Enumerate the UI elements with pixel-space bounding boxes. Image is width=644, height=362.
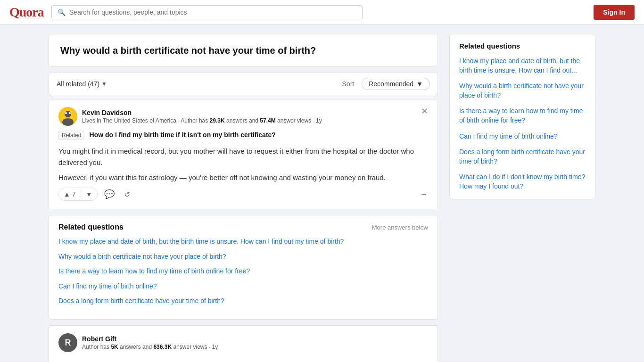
author-details-1: Kevin Davidson Lives in The United State… — [82, 109, 322, 124]
author-meta-1: Lives in The United States of America · … — [82, 117, 322, 124]
author-info-2: R Robert Gift Author has 5K answers and … — [58, 333, 218, 352]
rq-inline-link-3[interactable]: Is there a way to learn how to find my t… — [58, 267, 428, 276]
search-bar: 🔍 — [51, 5, 363, 19]
upvote-icon: ▲ — [64, 190, 70, 198]
svg-point-3 — [69, 112, 71, 114]
downvote-icon: ▼ — [86, 190, 92, 198]
search-icon: 🔍 — [58, 8, 66, 16]
author-info-1: Kevin Davidson Lives in The United State… — [58, 107, 322, 126]
answer-card-2: R Robert Gift Author has 5K answers and … — [49, 325, 438, 362]
dropdown-chevron-icon: ▼ — [416, 80, 423, 88]
arrow-share-icon: → — [420, 189, 428, 199]
answer-card-1: Kevin Davidson Lives in The United State… — [49, 99, 438, 209]
all-related-filter[interactable]: All related (47) ▼ — [57, 80, 107, 88]
related-questions-inline-title: Related questions — [58, 223, 124, 231]
sidebar-link-4[interactable]: Can I find my time of birth online? — [459, 132, 586, 141]
filter-bar: All related (47) ▼ Sort Recommended ▼ — [49, 73, 438, 95]
avatar-2: R — [58, 333, 77, 352]
all-related-label: All related (47) — [57, 80, 99, 88]
main-content: Why would a birth certificate not have y… — [49, 34, 438, 362]
more-answers-label: More answers below — [372, 224, 428, 231]
related-badge: Related — [58, 131, 84, 140]
sort-label: Sort — [342, 80, 355, 88]
svg-point-4 — [62, 118, 74, 126]
rq-header: Related questions More answers below — [58, 223, 428, 231]
sidebar-card: Related questions I know my place and da… — [449, 34, 595, 199]
sidebar-link-2[interactable]: Why would a birth certificate not have y… — [459, 82, 586, 100]
rq-inline-link-4[interactable]: Can I find my time of birth online? — [58, 282, 428, 291]
related-question-row: Related How do I find my birth time if i… — [58, 131, 428, 140]
close-button-1[interactable]: ✕ — [421, 107, 428, 115]
rq-inline-link-5[interactable]: Does a long form birth certificate have … — [58, 296, 428, 306]
author-details-2: Robert Gift Author has 5K answers and 63… — [82, 335, 218, 350]
share-button-1[interactable]: ↺ — [121, 188, 133, 201]
author-name-2[interactable]: Robert Gift — [82, 335, 218, 343]
answer-actions-1: ▲ 7 ▼ 💬 ↺ → — [58, 187, 428, 201]
downvote-button-1[interactable]: ▼ — [81, 188, 97, 200]
upvote-count-1: 7 — [72, 190, 76, 198]
header: Quora 🔍 Sign In — [0, 0, 644, 25]
answer-paragraph-1: You might find it in medical record, but… — [58, 146, 428, 168]
rq-inline-link-1[interactable]: I know my place and date of birth, but t… — [58, 237, 428, 247]
header-right: Sign In — [594, 5, 635, 20]
related-questions-inline-card: Related questions More answers below I k… — [49, 215, 438, 320]
answer-paragraph-2: However, if you want this for astrology … — [58, 172, 428, 183]
page-container: Why would a birth certificate not have y… — [39, 25, 605, 362]
author-name-1[interactable]: Kevin Davidson — [82, 109, 322, 116]
quora-logo[interactable]: Quora — [9, 5, 44, 20]
svg-point-2 — [65, 112, 67, 114]
sidebar-title: Related questions — [459, 42, 586, 50]
sort-dropdown[interactable]: Recommended ▼ — [362, 78, 430, 90]
sidebar-link-6[interactable]: What can I do if I don't know my birth t… — [459, 173, 586, 191]
comment-button-1[interactable]: 💬 — [101, 187, 117, 201]
sidebar: Related questions I know my place and da… — [449, 34, 595, 199]
chevron-down-icon: ▼ — [101, 81, 107, 87]
sidebar-link-1[interactable]: I know my place and date of birth, but t… — [459, 57, 586, 75]
comment-icon: 💬 — [104, 189, 115, 199]
rq-inline-link-2[interactable]: Why would a birth certificate not have y… — [58, 252, 428, 262]
author-meta-2: Author has 5K answers and 636.3K answer … — [82, 344, 218, 350]
answer-header-2: R Robert Gift Author has 5K answers and … — [58, 333, 428, 352]
avatar-1 — [58, 107, 77, 126]
answer-header-1: Kevin Davidson Lives in The United State… — [58, 107, 428, 126]
sidebar-link-3[interactable]: Is there a way to learn how to find my t… — [459, 107, 586, 125]
question-card: Why would a birth certificate not have y… — [49, 34, 438, 67]
question-title: Why would a birth certificate not have y… — [60, 44, 426, 57]
sidebar-link-5[interactable]: Does a long form birth certificate have … — [459, 148, 586, 166]
search-input[interactable] — [69, 8, 356, 16]
related-question-link[interactable]: How do I find my birth time if it isn't … — [90, 131, 276, 139]
recommended-label: Recommended — [369, 80, 413, 88]
sign-in-button[interactable]: Sign In — [594, 5, 635, 20]
share-icon: ↺ — [124, 190, 130, 199]
vote-group-1: ▲ 7 ▼ — [58, 188, 98, 201]
external-share-button-1[interactable]: → — [420, 189, 428, 199]
upvote-button-1[interactable]: ▲ 7 — [59, 188, 81, 200]
svg-point-1 — [65, 111, 71, 117]
